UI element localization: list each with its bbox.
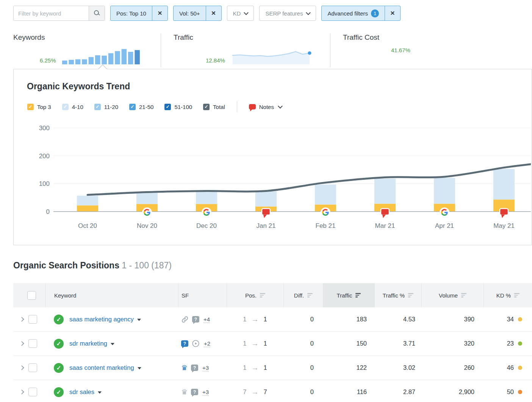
- expand-row-icon[interactable]: [19, 317, 24, 322]
- note-marker-icon[interactable]: [381, 209, 389, 218]
- keyword-link[interactable]: sdr sales: [69, 388, 94, 396]
- svg-text:Feb 21: Feb 21: [316, 222, 336, 229]
- svg-text:Oct 20: Oct 20: [78, 222, 97, 229]
- ranked-check-icon: ✓: [54, 339, 64, 349]
- google-update-icon[interactable]: [440, 207, 449, 217]
- position-arrow-icon: →: [252, 315, 259, 324]
- diff-value: 0: [310, 340, 314, 347]
- google-update-icon[interactable]: [321, 207, 330, 217]
- expand-row-icon[interactable]: [19, 341, 24, 346]
- column-header-traffic[interactable]: Traffic %: [374, 283, 421, 307]
- legend-checkbox-icon[interactable]: ✓: [203, 104, 210, 110]
- link-sf-icon[interactable]: [181, 316, 189, 323]
- sort-icon[interactable]: [355, 293, 361, 298]
- filter-chip-label: Pos: Top 10: [111, 6, 152, 20]
- note-marker-icon[interactable]: [500, 209, 508, 218]
- featured-snippet-crown-icon[interactable]: ♛: [181, 364, 188, 371]
- keyword-link[interactable]: saas marketing agency: [69, 316, 134, 323]
- keyword-dropdown-icon[interactable]: [98, 391, 102, 394]
- svg-text:0: 0: [46, 208, 50, 215]
- traffic-cost-metric[interactable]: Traffic Cost 41.67%: [343, 33, 532, 67]
- chevron-down-icon: [306, 10, 311, 15]
- column-header-diff[interactable]: Diff.: [283, 283, 323, 307]
- expand-row-icon[interactable]: [19, 390, 24, 394]
- traffic-value: 122: [356, 364, 367, 371]
- column-header-kd[interactable]: KD %: [483, 283, 532, 307]
- search-input[interactable]: [14, 6, 89, 20]
- kd-value: 34: [507, 316, 514, 323]
- legend-label: 51-100: [174, 104, 192, 110]
- legend-checkbox-icon[interactable]: ✓: [94, 104, 101, 110]
- legend-checkbox-icon[interactable]: ✓: [62, 104, 69, 110]
- traffic-cost-metric-title: Traffic Cost: [343, 33, 532, 42]
- row-checkbox[interactable]: [28, 339, 37, 348]
- kd-filter-dropdown[interactable]: KD: [227, 6, 254, 21]
- chevron-down-icon: [278, 104, 283, 109]
- column-header-pos[interactable]: Pos.: [227, 283, 283, 307]
- legend-checkbox-icon[interactable]: ✓: [129, 104, 136, 110]
- keyword-link[interactable]: sdr marketing: [69, 340, 107, 347]
- legend-item-top-3[interactable]: ✓Top 3: [27, 104, 51, 110]
- column-header-traffic[interactable]: Traffic: [323, 283, 374, 307]
- notes-toggle[interactable]: Notes: [249, 104, 282, 110]
- kd-difficulty-dot: [518, 341, 522, 346]
- sort-icon[interactable]: [408, 293, 413, 298]
- note-marker-icon[interactable]: [262, 209, 270, 218]
- position-arrow-icon: →: [252, 364, 259, 372]
- faq-sf-icon[interactable]: ?: [191, 389, 198, 395]
- legend-checkbox-icon[interactable]: ✓: [27, 104, 34, 110]
- row-checkbox[interactable]: [28, 315, 37, 324]
- position-arrow-icon: →: [252, 388, 259, 396]
- legend-item-51-100[interactable]: ✓51-100: [164, 104, 192, 110]
- row-checkbox[interactable]: [28, 363, 37, 372]
- search-button[interactable]: [89, 6, 105, 20]
- sort-icon[interactable]: [514, 293, 519, 298]
- keywords-metric[interactable]: Keywords 6.25%: [13, 33, 161, 67]
- traffic-metric[interactable]: Traffic 12.84%: [174, 33, 330, 67]
- google-update-icon[interactable]: [202, 207, 211, 217]
- legend-item-total[interactable]: ✓Total: [203, 104, 225, 110]
- table-body: ✓saas marketing agency?+41→101834.533903…: [13, 307, 532, 402]
- sf-more-link[interactable]: +3: [202, 389, 209, 396]
- legend-label: Top 3: [37, 104, 51, 110]
- table-row: ✓saas content marketing♛?+31→101223.0226…: [13, 356, 532, 380]
- advanced-filters-label[interactable]: Advanced filters: [327, 10, 368, 17]
- volume-value: 2,900: [459, 388, 474, 396]
- video-sf-icon[interactable]: [192, 340, 200, 347]
- keyword-dropdown-icon[interactable]: [138, 367, 141, 369]
- traffic-value: 183: [356, 316, 367, 323]
- sort-icon[interactable]: [461, 293, 466, 298]
- panel-pointer-notch: [98, 64, 108, 69]
- row-checkbox[interactable]: [28, 388, 37, 396]
- sort-icon[interactable]: [307, 293, 313, 298]
- keyword-dropdown-icon[interactable]: [137, 319, 141, 321]
- serp-features-dropdown[interactable]: SERP features: [259, 6, 316, 21]
- featured-snippet-crown-icon[interactable]: ♛: [181, 388, 188, 396]
- organic-research-page: Pos: Top 10 ✕ Vol: 50+ ✕ KD SERP feature…: [0, 0, 532, 402]
- panel-title: Organic Keywords Trend: [27, 81, 130, 92]
- faq-sf-icon[interactable]: ?: [181, 340, 188, 347]
- column-header-volume[interactable]: Volume: [421, 283, 483, 307]
- keyword-link[interactable]: saas content marketing: [69, 364, 134, 371]
- sf-more-link[interactable]: +2: [204, 340, 210, 347]
- legend-item-21-50[interactable]: ✓21-50: [129, 104, 153, 110]
- select-all-checkbox[interactable]: [27, 291, 36, 300]
- close-icon[interactable]: ✕: [206, 6, 221, 20]
- legend-item-4-10[interactable]: ✓4-10: [62, 104, 83, 110]
- notes-label: Notes: [259, 104, 274, 110]
- sf-more-link[interactable]: +3: [202, 365, 209, 371]
- expand-row-icon[interactable]: [19, 365, 24, 370]
- legend-checkbox-icon[interactable]: ✓: [164, 104, 171, 110]
- volume-value: 390: [464, 316, 474, 323]
- diff-value: 0: [310, 388, 314, 396]
- close-icon[interactable]: ✕: [152, 6, 167, 20]
- faq-sf-icon[interactable]: ?: [192, 316, 199, 323]
- svg-text:Apr 21: Apr 21: [435, 222, 454, 229]
- close-icon[interactable]: ✕: [385, 6, 400, 20]
- legend-item-11-20[interactable]: ✓11-20: [94, 104, 118, 110]
- faq-sf-icon[interactable]: ?: [191, 365, 198, 371]
- google-update-icon[interactable]: [142, 207, 152, 217]
- keyword-dropdown-icon[interactable]: [111, 343, 114, 345]
- sf-more-link[interactable]: +4: [203, 316, 210, 323]
- sort-icon[interactable]: [260, 293, 265, 298]
